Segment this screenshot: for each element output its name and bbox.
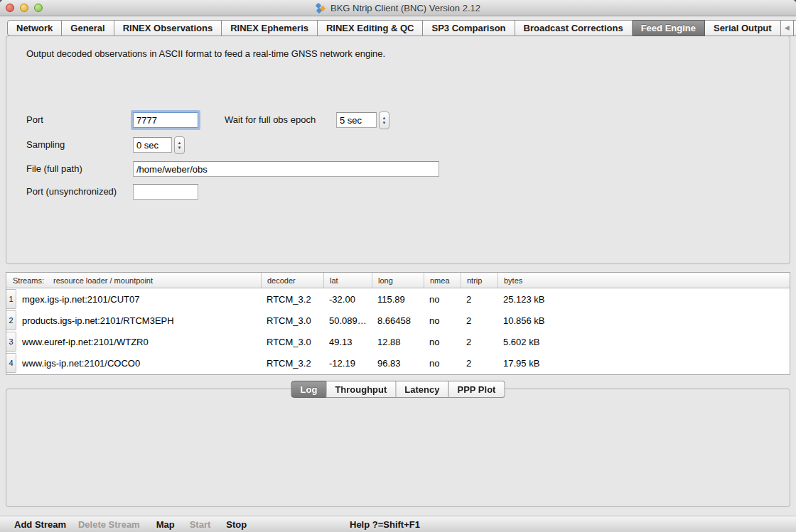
wait-epoch-label: Wait for full obs epoch bbox=[225, 112, 316, 128]
tab-label: Broadcast Corrections bbox=[524, 23, 623, 33]
tab-label: PPP Plot bbox=[457, 384, 495, 395]
cell-bytes: 25.123 kB bbox=[498, 294, 790, 305]
streams-label: Streams: bbox=[13, 276, 44, 285]
help-shortcut-label: Help ?=Shift+F1 bbox=[350, 516, 420, 532]
main-tabbar: Network General RINEX Observations RINEX… bbox=[7, 20, 796, 36]
port-input[interactable] bbox=[133, 112, 198, 128]
tab-rinex-editing-qc[interactable]: RINEX Editing & QC bbox=[318, 20, 424, 36]
app-icon bbox=[316, 3, 326, 13]
stepper-up-icon[interactable]: ▲ bbox=[178, 141, 182, 146]
cell-lat: 50.089… bbox=[323, 315, 372, 326]
wait-epoch-input[interactable] bbox=[336, 112, 377, 128]
tab-label: RINEX Observations bbox=[123, 23, 213, 33]
table-row[interactable]: 2products.igs-ip.net:2101/RTCM3EPH RTCM_… bbox=[6, 310, 790, 331]
row-number[interactable]: 3 bbox=[6, 332, 16, 352]
feed-engine-pane: Output decoded observations in ASCII for… bbox=[6, 36, 790, 264]
port-unsync-label: Port (unsynchronized) bbox=[26, 184, 117, 200]
tab-general[interactable]: General bbox=[62, 20, 114, 36]
port-label: Port bbox=[26, 112, 43, 128]
table-row[interactable]: 1mgex.igs-ip.net:2101/CUT07 RTCM_3.2 -32… bbox=[6, 288, 790, 310]
cell-ntrip: 2 bbox=[461, 294, 498, 305]
titlebar[interactable]: BKG Ntrip Client (BNC) Version 2.12 bbox=[0, 0, 796, 16]
tab-rinex-observations[interactable]: RINEX Observations bbox=[114, 20, 222, 36]
tab-label: Throughput bbox=[335, 384, 387, 395]
sampling-stepper[interactable]: ▲▼ bbox=[174, 136, 185, 154]
cell-bytes: 10.856 kB bbox=[498, 315, 790, 326]
tab-rinex-ephemeris[interactable]: RINEX Ephemeris bbox=[222, 20, 318, 36]
table-row[interactable]: 4www.igs-ip.net:2101/COCO0 RTCM_3.2 -12.… bbox=[6, 352, 790, 374]
tab-label: Feed Engine bbox=[641, 23, 696, 33]
cell-long: 96.83 bbox=[372, 358, 424, 369]
stepper-down-icon[interactable]: ▼ bbox=[382, 121, 387, 126]
tab-label: Latency bbox=[404, 384, 439, 395]
cell-nmea: no bbox=[424, 358, 461, 369]
cell-mountpoint: www.euref-ip.net:2101/WTZR0 bbox=[16, 337, 149, 347]
tab-latency[interactable]: Latency bbox=[396, 381, 448, 398]
file-path-input[interactable] bbox=[133, 161, 439, 177]
sampling-input[interactable] bbox=[133, 137, 172, 153]
cell-long: 12.88 bbox=[372, 337, 424, 347]
tab-broadcast-corrections[interactable]: Broadcast Corrections bbox=[515, 20, 633, 36]
tab-throughput[interactable]: Throughput bbox=[326, 381, 396, 398]
log-tabbar: Log Throughput Latency PPP Plot bbox=[291, 381, 505, 398]
cell-bytes: 5.602 kB bbox=[498, 337, 790, 347]
stepper-up-icon[interactable]: ▲ bbox=[382, 116, 387, 121]
header-nmea[interactable]: nmea bbox=[424, 273, 461, 288]
cell-lat: -32.00 bbox=[323, 294, 372, 305]
cell-decoder: RTCM_3.2 bbox=[261, 294, 323, 305]
tab-feed-engine[interactable]: Feed Engine bbox=[633, 20, 705, 36]
file-path-label: File (full path) bbox=[26, 161, 82, 177]
tab-label: General bbox=[70, 23, 104, 33]
header-lat[interactable]: lat bbox=[323, 273, 372, 288]
table-row[interactable]: 3www.euref-ip.net:2101/WTZR0 RTCM_3.0 49… bbox=[6, 331, 790, 352]
row-number[interactable]: 4 bbox=[6, 353, 16, 373]
cell-decoder: RTCM_3.0 bbox=[261, 337, 323, 347]
tab-label: RINEX Ephemeris bbox=[230, 23, 308, 33]
cell-ntrip: 2 bbox=[461, 315, 498, 326]
tab-scroll-left-button[interactable]: ◀ bbox=[781, 20, 794, 36]
log-pane bbox=[6, 389, 790, 507]
row-number[interactable]: 1 bbox=[6, 289, 16, 309]
cell-lat: -12.19 bbox=[323, 358, 372, 369]
sampling-label: Sampling bbox=[26, 137, 65, 153]
tab-serial-output[interactable]: Serial Output bbox=[705, 20, 781, 36]
header-bytes[interactable]: bytes bbox=[498, 273, 790, 288]
cell-nmea: no bbox=[424, 294, 461, 305]
port-unsync-input[interactable] bbox=[133, 184, 198, 200]
header-mountpoint[interactable]: Streams: resource loader / mountpoint bbox=[6, 273, 261, 288]
header-long[interactable]: long bbox=[372, 273, 424, 288]
tab-label: Log bbox=[301, 384, 318, 395]
cell-mountpoint: www.igs-ip.net:2101/COCO0 bbox=[16, 358, 140, 369]
stepper-down-icon[interactable]: ▼ bbox=[178, 146, 182, 151]
cell-long: 8.66458 bbox=[372, 315, 424, 326]
window-title-wrap: BKG Ntrip Client (BNC) Version 2.12 bbox=[0, 0, 796, 16]
app-window: BKG Ntrip Client (BNC) Version 2.12 Netw… bbox=[0, 0, 796, 532]
cell-bytes: 17.95 kB bbox=[498, 358, 790, 369]
tab-sp3-comparison[interactable]: SP3 Comparison bbox=[423, 20, 515, 36]
cell-ntrip: 2 bbox=[461, 337, 498, 347]
chevron-left-icon: ◀ bbox=[785, 25, 790, 31]
tab-label: SP3 Comparison bbox=[431, 23, 505, 33]
header-ntrip[interactable]: ntrip bbox=[461, 273, 498, 288]
add-stream-button[interactable]: Add Stream bbox=[14, 519, 66, 530]
window-title: BKG Ntrip Client (BNC) Version 2.12 bbox=[330, 3, 480, 13]
stop-button[interactable]: Stop bbox=[226, 519, 247, 530]
cell-mountpoint: products.igs-ip.net:2101/RTCM3EPH bbox=[16, 315, 174, 326]
streams-table-header: Streams: resource loader / mountpoint de… bbox=[6, 273, 790, 288]
resource-label: resource loader / mountpoint bbox=[53, 276, 153, 285]
row-number[interactable]: 2 bbox=[6, 310, 16, 330]
wait-epoch-stepper[interactable]: ▲▼ bbox=[379, 112, 389, 129]
bottom-toolbar: Add Stream Delete Stream Map Start Stop … bbox=[0, 516, 796, 532]
tab-network[interactable]: Network bbox=[7, 20, 62, 36]
cell-lat: 49.13 bbox=[323, 337, 372, 347]
cell-ntrip: 2 bbox=[461, 358, 498, 369]
cell-mountpoint: mgex.igs-ip.net:2101/CUT07 bbox=[16, 294, 139, 305]
tab-log[interactable]: Log bbox=[291, 381, 327, 398]
tab-scroll-right-button[interactable]: ▶ bbox=[794, 20, 796, 36]
tab-label: Serial Output bbox=[714, 23, 772, 33]
cell-long: 115.89 bbox=[372, 294, 424, 305]
header-decoder[interactable]: decoder bbox=[261, 273, 323, 288]
tab-ppp-plot[interactable]: PPP Plot bbox=[448, 381, 505, 398]
map-button[interactable]: Map bbox=[156, 519, 175, 530]
streams-table: Streams: resource loader / mountpoint de… bbox=[6, 272, 790, 375]
